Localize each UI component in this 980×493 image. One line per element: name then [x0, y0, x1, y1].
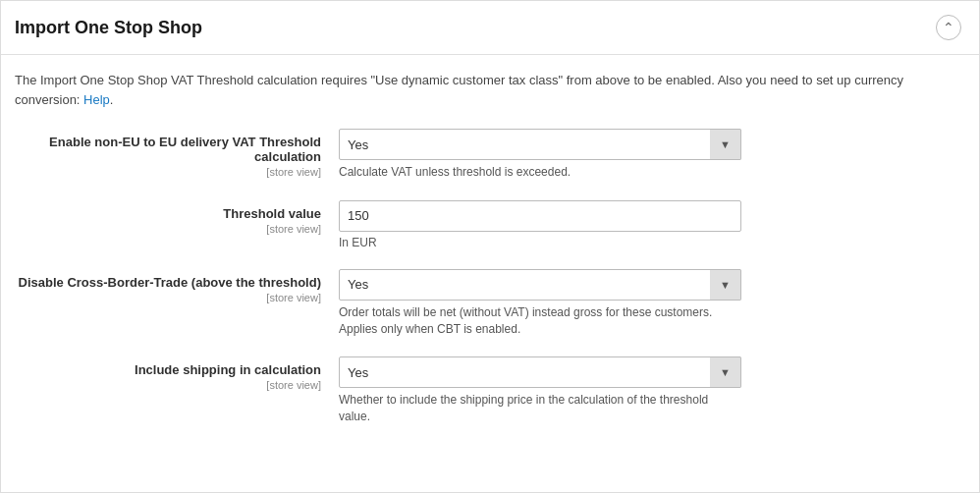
help-text-enable-vat: Calculate VAT unless threshold is exceed…	[339, 164, 741, 181]
label-include-shipping: Include shipping in calculation	[15, 362, 321, 377]
help-text-include-shipping: Whether to include the shipping price in…	[339, 392, 741, 425]
control-col-enable-vat: Yes No ▼ Calculate VAT unless threshold …	[339, 129, 961, 181]
input-threshold-value[interactable]	[339, 200, 741, 232]
form-row-disable-cbt: Disable Cross-Border-Trade (above the th…	[15, 269, 961, 338]
store-view-enable-vat: [store view]	[266, 166, 321, 178]
select-wrapper-enable-vat: Yes No ▼	[339, 129, 741, 160]
store-view-threshold-value: [store view]	[266, 223, 321, 235]
form-row-include-shipping: Include shipping in calculation [store v…	[15, 356, 961, 425]
label-col-disable-cbt: Disable Cross-Border-Trade (above the th…	[15, 269, 339, 304]
store-view-disable-cbt: [store view]	[266, 292, 321, 303]
select-wrapper-include-shipping: Yes No ▼	[339, 356, 741, 388]
form-row-threshold-value: Threshold value [store view] In EUR	[15, 200, 961, 249]
label-col-include-shipping: Include shipping in calculation [store v…	[15, 356, 339, 392]
control-col-include-shipping: Yes No ▼ Whether to include the shipping…	[339, 356, 961, 425]
select-include-shipping[interactable]: Yes No	[339, 356, 741, 388]
store-view-include-shipping: [store view]	[266, 379, 321, 391]
label-col-enable-vat: Enable non-EU to EU delivery VAT Thresho…	[15, 129, 339, 179]
label-threshold-value: Threshold value	[15, 206, 321, 221]
unit-text-threshold: In EUR	[339, 236, 961, 249]
label-enable-vat: Enable non-EU to EU delivery VAT Thresho…	[15, 135, 321, 164]
help-link[interactable]: Help	[83, 92, 110, 107]
info-text: The Import One Stop Shop VAT Threshold c…	[15, 71, 961, 109]
label-disable-cbt: Disable Cross-Border-Trade (above the th…	[15, 275, 321, 290]
select-wrapper-disable-cbt: Yes No ▼	[339, 269, 741, 301]
page-title: Import One Stop Shop	[15, 18, 202, 38]
help-text-disable-cbt: Order totals will be net (without VAT) i…	[339, 304, 741, 338]
import-oss-panel: Import One Stop Shop ⌃ The Import One St…	[0, 0, 980, 493]
info-text-before-link: The Import One Stop Shop VAT Threshold c…	[15, 73, 903, 107]
panel-header: Import One Stop Shop ⌃	[1, 1, 979, 55]
collapse-button[interactable]: ⌃	[936, 15, 961, 40]
form-row-enable-vat: Enable non-EU to EU delivery VAT Thresho…	[15, 129, 961, 181]
info-text-after-link: .	[110, 92, 114, 107]
panel-body: The Import One Stop Shop VAT Threshold c…	[1, 55, 979, 465]
select-disable-cbt[interactable]: Yes No	[339, 269, 741, 301]
control-col-threshold-value: In EUR	[339, 200, 961, 249]
select-enable-vat[interactable]: Yes No	[339, 129, 741, 160]
label-col-threshold-value: Threshold value [store view]	[15, 200, 339, 236]
control-col-disable-cbt: Yes No ▼ Order totals will be net (witho…	[339, 269, 961, 338]
